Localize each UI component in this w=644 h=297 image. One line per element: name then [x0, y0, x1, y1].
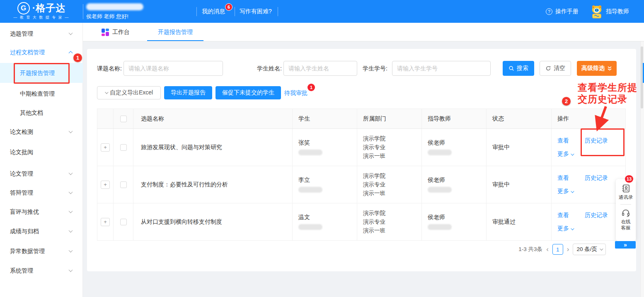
- contacts-label[interactable]: 通讯录: [619, 194, 633, 200]
- double-chevron-down-icon: [607, 66, 612, 71]
- sidebar-nav: 选题管理 过程文档管理 开题报告管理 中期检查管理 其他文档 论文检测 论文批阅…: [0, 23, 83, 297]
- expand-row-button[interactable]: +: [101, 218, 110, 226]
- student-cell: 温文: [293, 203, 357, 241]
- manual-link[interactable]: ? 操作手册: [546, 0, 579, 23]
- panel-divider: [620, 204, 631, 205]
- view-link[interactable]: 查看: [557, 174, 569, 182]
- advisor-cell: 侯老师: [422, 129, 487, 166]
- prev-page-button[interactable]: ‹: [546, 244, 549, 255]
- page-number-button[interactable]: 1: [552, 244, 563, 255]
- sidebar-item-system-management[interactable]: 系统管理: [0, 261, 83, 280]
- expand-row-button[interactable]: +: [101, 181, 110, 189]
- student-id-blurred: [298, 150, 322, 155]
- pagination: 1-3 共3条 ‹ 1 › 20 条/页: [518, 244, 606, 255]
- headset-icon[interactable]: [621, 208, 630, 217]
- header-divider: [196, 7, 197, 16]
- student-name: 张笑: [298, 139, 357, 147]
- search-label: 搜索: [517, 65, 528, 72]
- my-messages-link[interactable]: 我的消息: [202, 0, 225, 23]
- export-proposal-button[interactable]: 导出开题报告: [164, 86, 212, 99]
- sidebar-item-topic-management[interactable]: 选题管理: [0, 24, 83, 43]
- row-checkbox[interactable]: [120, 181, 127, 188]
- page-size-select[interactable]: 20 条/页: [573, 244, 606, 255]
- sidebar-item-paper-management[interactable]: 论文管理: [0, 164, 83, 184]
- double-chevron-right-icon: »: [624, 241, 627, 248]
- topic-cell: 支付制度：必要性及可行性的分析: [133, 166, 293, 203]
- writing-help-link[interactable]: 写作有困难?: [240, 0, 272, 23]
- panel-collapse-button[interactable]: »: [615, 241, 636, 249]
- next-page-button[interactable]: ›: [567, 244, 569, 255]
- role-menu[interactable]: 指导教师: [591, 0, 629, 23]
- sidebar-item-midterm-check[interactable]: 中期检查管理: [0, 84, 83, 104]
- sidebar-item-paper-check[interactable]: 论文检测: [0, 122, 83, 142]
- topic-name-input[interactable]: [123, 61, 223, 76]
- history-link[interactable]: 历史记录: [585, 137, 608, 145]
- history-link[interactable]: 历史记录: [585, 212, 608, 219]
- workbench-link[interactable]: 工作台: [102, 23, 130, 41]
- student-no-input[interactable]: [392, 61, 491, 76]
- sidebar-item-label: 答辩管理: [0, 189, 33, 196]
- chevron-down-icon: [69, 249, 73, 253]
- view-link[interactable]: 查看: [557, 212, 569, 219]
- expand-row-button[interactable]: +: [101, 143, 110, 152]
- advisor-cell: 侯老师: [422, 203, 487, 241]
- tab-proposal-report[interactable]: 开题报告管理: [147, 23, 203, 41]
- student-no-label: 学生学号:: [363, 61, 387, 76]
- online-service-label[interactable]: 在线 客服: [621, 219, 631, 231]
- sidebar-item-other-docs[interactable]: 其他文档: [0, 103, 83, 123]
- table-row: + 从对口支援到横向转移支付制度 温文 演示学院演示专业演示一班 侯老师 审批通…: [97, 203, 626, 241]
- refresh-icon: [545, 65, 551, 71]
- student-name-input[interactable]: [283, 61, 357, 76]
- annotation-note: 查看学生所提 交历史记录: [578, 82, 637, 105]
- more-link[interactable]: 更多: [557, 188, 569, 194]
- row-checkbox[interactable]: [120, 144, 127, 151]
- dept-class: 演示一班: [363, 226, 421, 235]
- sidebar-item-label: 论文批阅: [0, 149, 33, 155]
- student-id-blurred: [298, 187, 322, 193]
- clear-label: 清空: [554, 65, 565, 72]
- more-link[interactable]: 更多: [557, 225, 569, 232]
- sidebar-item-blind-review[interactable]: 盲评与推优: [0, 202, 83, 222]
- sidebar-item-label: 论文检测: [0, 128, 33, 135]
- sidebar-item-label: 开题报告管理: [0, 70, 55, 76]
- sidebar-item-label: 异常数据管理: [0, 248, 45, 254]
- proposal-table: 选题名称 学生 所属部门 指导教师 状态 操作 + 旅游发展现状、问题与对策研究…: [97, 109, 626, 241]
- sidebar-item-process-docs[interactable]: 过程文档管理: [0, 42, 83, 62]
- actions-cell: 查看历史记录 更多: [552, 203, 626, 241]
- sidebar-item-label: 过程文档管理: [0, 49, 45, 56]
- header-divider: [235, 7, 235, 16]
- address-book-icon[interactable]: [621, 184, 630, 193]
- dept-college: 演示学院: [363, 134, 421, 143]
- sidebar-item-proposal-report[interactable]: 开题报告管理: [0, 63, 83, 83]
- dept-class: 演示一班: [363, 152, 421, 160]
- dept-major: 演示专业: [363, 217, 421, 226]
- sidebar-item-label: 论文管理: [0, 170, 33, 177]
- history-link[interactable]: 历史记录: [585, 174, 608, 182]
- more-link[interactable]: 更多: [557, 150, 569, 157]
- column-header-actions: 操作: [552, 109, 626, 129]
- search-button[interactable]: 搜索: [503, 61, 534, 76]
- chevron-down-icon: [69, 171, 73, 175]
- workbench-label: 工作台: [112, 29, 130, 36]
- advisor-id-blurred: [428, 187, 452, 193]
- chevron-down-icon: [105, 90, 108, 94]
- chevron-down-icon: [571, 152, 574, 155]
- advanced-filter-button[interactable]: 高级筛选: [577, 61, 617, 76]
- student-name: 李立: [298, 176, 357, 184]
- workbench-grid-icon: [102, 29, 109, 36]
- clear-button[interactable]: 清空: [540, 61, 571, 76]
- sidebar-item-defense-management[interactable]: 答辩管理: [0, 183, 83, 203]
- urge-students-button[interactable]: 催促下未提交的学生: [215, 86, 281, 99]
- tab-bar: 工作台 开题报告管理: [83, 23, 644, 41]
- sidebar-item-abnormal-data[interactable]: 异常数据管理: [0, 241, 83, 261]
- sidebar-item-paper-review[interactable]: 论文批阅: [0, 142, 83, 162]
- view-link[interactable]: 查看: [557, 137, 569, 145]
- department-cell: 演示学院演示专业演示一班: [357, 166, 422, 203]
- sidebar-item-grades-archive[interactable]: 成绩与归档: [0, 221, 83, 241]
- pending-approval-link[interactable]: 待我审批: [284, 86, 307, 99]
- select-all-checkbox[interactable]: [120, 116, 127, 122]
- custom-export-excel-button[interactable]: 自定义导出Excel: [97, 86, 161, 99]
- greeting-text: 侯老师 老师 您好!: [86, 13, 128, 20]
- logo-text: ·格子达: [32, 2, 66, 14]
- row-checkbox[interactable]: [120, 219, 127, 225]
